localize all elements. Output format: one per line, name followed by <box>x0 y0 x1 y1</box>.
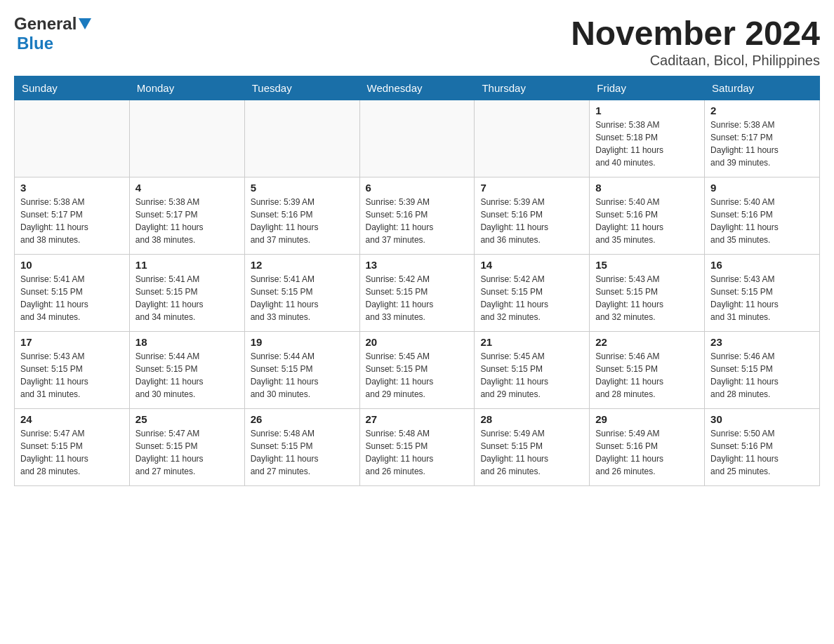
header-friday: Friday <box>590 76 705 100</box>
table-row: 2Sunrise: 5:38 AMSunset: 5:17 PMDaylight… <box>705 100 820 177</box>
calendar-week-row: 17Sunrise: 5:43 AMSunset: 5:15 PMDayligh… <box>15 332 820 409</box>
day-number: 29 <box>595 413 699 425</box>
day-info: Sunrise: 5:49 AMSunset: 5:16 PMDaylight:… <box>595 427 699 478</box>
day-info: Sunrise: 5:46 AMSunset: 5:15 PMDaylight:… <box>595 350 699 401</box>
day-info: Sunrise: 5:50 AMSunset: 5:16 PMDaylight:… <box>710 427 814 478</box>
calendar-header-row: Sunday Monday Tuesday Wednesday Thursday… <box>15 76 820 100</box>
header-sunday: Sunday <box>15 76 130 100</box>
header-monday: Monday <box>129 76 244 100</box>
day-number: 9 <box>710 182 814 194</box>
day-number: 19 <box>251 336 354 348</box>
table-row: 6Sunrise: 5:39 AMSunset: 5:16 PMDaylight… <box>359 177 475 255</box>
calendar-week-row: 3Sunrise: 5:38 AMSunset: 5:17 PMDaylight… <box>15 177 820 255</box>
day-info: Sunrise: 5:38 AMSunset: 5:17 PMDaylight:… <box>20 196 124 246</box>
table-row: 1Sunrise: 5:38 AMSunset: 5:18 PMDaylight… <box>590 100 705 177</box>
day-number: 16 <box>710 259 814 271</box>
title-section: November 2024 Caditaan, Bicol, Philippin… <box>571 14 820 69</box>
table-row <box>129 100 244 177</box>
day-number: 24 <box>20 413 124 425</box>
page-header: General Blue November 2024 Caditaan, Bic… <box>14 14 820 69</box>
logo-blue-text: Blue <box>17 34 53 53</box>
day-number: 10 <box>20 259 124 271</box>
day-number: 7 <box>480 182 583 194</box>
day-info: Sunrise: 5:47 AMSunset: 5:15 PMDaylight:… <box>135 427 239 478</box>
table-row: 8Sunrise: 5:40 AMSunset: 5:16 PMDaylight… <box>590 177 705 255</box>
day-number: 27 <box>366 413 469 425</box>
day-number: 23 <box>710 336 814 348</box>
calendar-week-row: 24Sunrise: 5:47 AMSunset: 5:15 PMDayligh… <box>15 409 820 486</box>
table-row: 14Sunrise: 5:42 AMSunset: 5:15 PMDayligh… <box>475 255 590 332</box>
day-info: Sunrise: 5:44 AMSunset: 5:15 PMDaylight:… <box>135 350 239 401</box>
table-row: 18Sunrise: 5:44 AMSunset: 5:15 PMDayligh… <box>129 332 244 409</box>
table-row: 28Sunrise: 5:49 AMSunset: 5:15 PMDayligh… <box>475 409 590 486</box>
day-info: Sunrise: 5:41 AMSunset: 5:15 PMDaylight:… <box>251 273 354 323</box>
table-row: 10Sunrise: 5:41 AMSunset: 5:15 PMDayligh… <box>15 255 130 332</box>
table-row <box>244 100 359 177</box>
table-row: 21Sunrise: 5:45 AMSunset: 5:15 PMDayligh… <box>475 332 590 409</box>
day-number: 18 <box>135 336 239 348</box>
day-number: 8 <box>595 182 699 194</box>
day-number: 20 <box>366 336 469 348</box>
day-info: Sunrise: 5:43 AMSunset: 5:15 PMDaylight:… <box>710 273 814 323</box>
day-info: Sunrise: 5:40 AMSunset: 5:16 PMDaylight:… <box>710 196 814 246</box>
table-row: 16Sunrise: 5:43 AMSunset: 5:15 PMDayligh… <box>705 255 820 332</box>
day-info: Sunrise: 5:47 AMSunset: 5:15 PMDaylight:… <box>20 427 124 478</box>
day-info: Sunrise: 5:38 AMSunset: 5:18 PMDaylight:… <box>595 119 699 169</box>
day-number: 30 <box>710 413 814 425</box>
day-info: Sunrise: 5:46 AMSunset: 5:15 PMDaylight:… <box>710 350 814 401</box>
day-number: 26 <box>251 413 354 425</box>
table-row: 11Sunrise: 5:41 AMSunset: 5:15 PMDayligh… <box>129 255 244 332</box>
day-info: Sunrise: 5:42 AMSunset: 5:15 PMDaylight:… <box>366 273 469 323</box>
day-number: 12 <box>251 259 354 271</box>
day-number: 25 <box>135 413 239 425</box>
day-info: Sunrise: 5:44 AMSunset: 5:15 PMDaylight:… <box>251 350 354 401</box>
day-number: 22 <box>595 336 699 348</box>
day-number: 13 <box>366 259 469 271</box>
day-number: 4 <box>135 182 239 194</box>
table-row: 12Sunrise: 5:41 AMSunset: 5:15 PMDayligh… <box>244 255 359 332</box>
day-info: Sunrise: 5:39 AMSunset: 5:16 PMDaylight:… <box>366 196 469 246</box>
table-row: 7Sunrise: 5:39 AMSunset: 5:16 PMDaylight… <box>475 177 590 255</box>
table-row: 25Sunrise: 5:47 AMSunset: 5:15 PMDayligh… <box>129 409 244 486</box>
table-row: 17Sunrise: 5:43 AMSunset: 5:15 PMDayligh… <box>15 332 130 409</box>
header-thursday: Thursday <box>475 76 590 100</box>
header-tuesday: Tuesday <box>244 76 359 100</box>
subtitle: Caditaan, Bicol, Philippines <box>571 53 820 69</box>
calendar-week-row: 10Sunrise: 5:41 AMSunset: 5:15 PMDayligh… <box>15 255 820 332</box>
table-row: 22Sunrise: 5:46 AMSunset: 5:15 PMDayligh… <box>590 332 705 409</box>
day-number: 15 <box>595 259 699 271</box>
header-saturday: Saturday <box>705 76 820 100</box>
table-row: 24Sunrise: 5:47 AMSunset: 5:15 PMDayligh… <box>15 409 130 486</box>
table-row: 29Sunrise: 5:49 AMSunset: 5:16 PMDayligh… <box>590 409 705 486</box>
calendar-week-row: 1Sunrise: 5:38 AMSunset: 5:18 PMDaylight… <box>15 100 820 177</box>
table-row <box>359 100 475 177</box>
table-row: 26Sunrise: 5:48 AMSunset: 5:15 PMDayligh… <box>244 409 359 486</box>
day-info: Sunrise: 5:43 AMSunset: 5:15 PMDaylight:… <box>595 273 699 323</box>
header-wednesday: Wednesday <box>359 76 475 100</box>
table-row: 23Sunrise: 5:46 AMSunset: 5:15 PMDayligh… <box>705 332 820 409</box>
day-info: Sunrise: 5:49 AMSunset: 5:15 PMDaylight:… <box>480 427 583 478</box>
day-info: Sunrise: 5:40 AMSunset: 5:16 PMDaylight:… <box>595 196 699 246</box>
day-number: 11 <box>135 259 239 271</box>
day-info: Sunrise: 5:41 AMSunset: 5:15 PMDaylight:… <box>20 273 124 323</box>
day-info: Sunrise: 5:48 AMSunset: 5:15 PMDaylight:… <box>251 427 354 478</box>
table-row: 4Sunrise: 5:38 AMSunset: 5:17 PMDaylight… <box>129 177 244 255</box>
day-info: Sunrise: 5:39 AMSunset: 5:16 PMDaylight:… <box>480 196 583 246</box>
logo-triangle-icon <box>79 18 91 32</box>
day-info: Sunrise: 5:43 AMSunset: 5:15 PMDaylight:… <box>20 350 124 401</box>
table-row: 9Sunrise: 5:40 AMSunset: 5:16 PMDaylight… <box>705 177 820 255</box>
day-number: 6 <box>366 182 469 194</box>
table-row: 20Sunrise: 5:45 AMSunset: 5:15 PMDayligh… <box>359 332 475 409</box>
table-row <box>475 100 590 177</box>
svg-marker-0 <box>79 18 91 29</box>
table-row <box>15 100 130 177</box>
day-info: Sunrise: 5:41 AMSunset: 5:15 PMDaylight:… <box>135 273 239 323</box>
table-row: 3Sunrise: 5:38 AMSunset: 5:17 PMDaylight… <box>15 177 130 255</box>
main-title: November 2024 <box>571 14 820 53</box>
day-number: 17 <box>20 336 124 348</box>
logo-general-text: General <box>14 14 77 34</box>
day-info: Sunrise: 5:38 AMSunset: 5:17 PMDaylight:… <box>135 196 239 246</box>
table-row: 30Sunrise: 5:50 AMSunset: 5:16 PMDayligh… <box>705 409 820 486</box>
day-number: 28 <box>480 413 583 425</box>
day-number: 3 <box>20 182 124 194</box>
